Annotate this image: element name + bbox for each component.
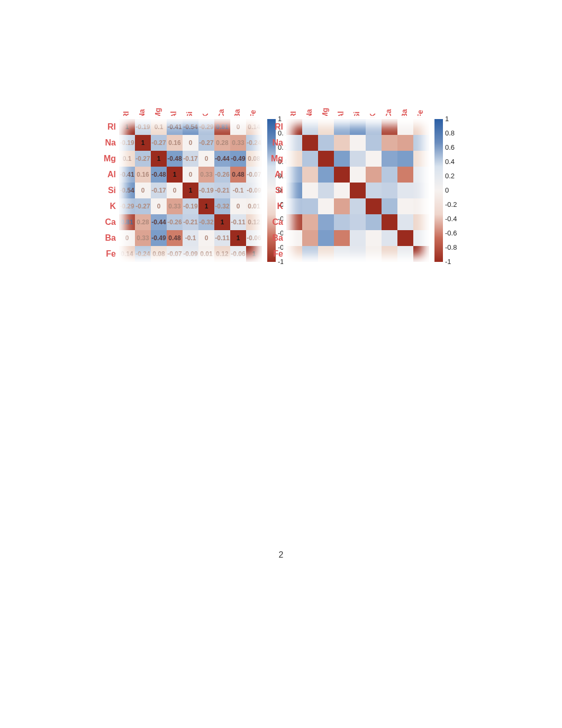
colorbar-tick: -0.6 (445, 229, 457, 237)
heatmap-cell (302, 214, 318, 230)
heatmap-cell: 0.08 (151, 246, 167, 262)
heatmap-cell (350, 246, 366, 262)
heatmap-cell (413, 151, 429, 167)
column-label: Fe (416, 103, 427, 119)
colorbar-tick: 0.6 (445, 143, 455, 151)
heatmap-cell: -0.41 (167, 119, 183, 135)
column-label: Al (337, 103, 347, 119)
column-label: Na (305, 103, 315, 119)
column-label: RI (289, 103, 300, 119)
column-label: Al (169, 103, 180, 119)
heatmap-cell: 0.81 (214, 119, 230, 135)
heatmap-cell: 0.01 (246, 198, 262, 214)
column-label: Ca (384, 103, 395, 119)
heatmap-cell (366, 183, 382, 198)
heatmap-cell: 0.12 (214, 246, 230, 262)
heatmap-cell (382, 230, 397, 246)
heatmap-cell: -0.54 (183, 119, 198, 135)
heatmap-cell: -0.09 (183, 246, 198, 262)
row-label: Si (108, 183, 119, 198)
column-label: Ba (400, 103, 411, 119)
heatmap-cell (334, 135, 350, 151)
heatmap-cell: -0.24 (135, 246, 151, 262)
row-label: Ca (273, 214, 286, 230)
heatmap-cell (286, 151, 302, 167)
heatmap-cell: -0.32 (214, 198, 230, 214)
heatmap-cell (318, 135, 334, 151)
heatmap-left-grid: RINaMgAlSiKCaBaFeRINaMgAlSiKCaBaFe1-0.19… (119, 119, 262, 262)
column-label: Ba (233, 103, 243, 119)
colorbar-tick: -0.2 (445, 201, 457, 208)
column-label: K (201, 103, 212, 119)
heatmap-cell: -0.49 (230, 151, 246, 167)
heatmap-cell: -0.49 (151, 230, 167, 246)
heatmap-cell (334, 183, 350, 198)
heatmap-cell: -0.21 (214, 183, 230, 198)
row-label: Al (107, 167, 119, 183)
heatmap-cell (286, 214, 302, 230)
heatmap-cell: 0.33 (135, 230, 151, 246)
column-label: Si (352, 103, 363, 119)
heatmap-cell: 0.33 (167, 198, 183, 214)
heatmap-cell: -0.27 (135, 198, 151, 214)
heatmap-cell: -0.29 (119, 198, 135, 214)
heatmap-cell (397, 246, 413, 262)
heatmap-cell (334, 167, 350, 183)
heatmap-cell (350, 167, 366, 183)
heatmap-cell: -0.48 (151, 167, 167, 183)
heatmap-cell: 0.14 (246, 119, 262, 135)
heatmap-cell (413, 167, 429, 183)
heatmap-left: RINaMgAlSiKCaBaFeRINaMgAlSiKCaBaFe1-0.19… (119, 119, 276, 262)
colorbar-tick: -0.4 (445, 215, 457, 223)
heatmap-cell (286, 183, 302, 198)
heatmap-cell: -0.26 (214, 167, 230, 183)
heatmap-cell (382, 246, 397, 262)
heatmap-cell (302, 230, 318, 246)
heatmap-cell: -0.17 (183, 151, 198, 167)
heatmap-cell: 1 (183, 183, 198, 198)
heatmap-cell: -0.07 (246, 167, 262, 183)
heatmap-cell (397, 183, 413, 198)
heatmap-cell (366, 246, 382, 262)
heatmap-cell (286, 135, 302, 151)
colorbar-right-gradient (434, 119, 443, 262)
heatmap-cell (397, 151, 413, 167)
heatmap-cell: -0.27 (135, 151, 151, 167)
heatmap-cell (334, 198, 350, 214)
row-label: Mg (104, 151, 119, 167)
row-label: RI (107, 119, 119, 135)
heatmap-cell: -0.21 (183, 214, 198, 230)
heatmap-cell: -0.07 (167, 246, 183, 262)
heatmap-cell: 0 (230, 119, 246, 135)
row-label: Ba (273, 230, 286, 246)
heatmap-cell: -0.32 (198, 214, 214, 230)
row-label: K (110, 198, 119, 214)
heatmap-cell: -0.1 (230, 183, 246, 198)
heatmap-cell: 0.12 (246, 214, 262, 230)
heatmap-cell: -0.19 (119, 135, 135, 151)
heatmap-cell: 0.1 (119, 151, 135, 167)
heatmap-cell (397, 198, 413, 214)
heatmap-cell (366, 167, 382, 183)
column-label: K (368, 103, 379, 119)
row-label: Na (105, 135, 119, 151)
heatmap-cell: -0.27 (198, 135, 214, 151)
heatmap-cell (302, 198, 318, 214)
heatmap-cell: -0.11 (230, 214, 246, 230)
heatmap-cell: -0.27 (151, 135, 167, 151)
heatmap-cell (318, 167, 334, 183)
heatmap-cell (334, 214, 350, 230)
heatmap-cell: 1 (230, 230, 246, 246)
heatmap-cell (366, 135, 382, 151)
heatmap-cell: 0.16 (167, 135, 183, 151)
heatmap-cell: -0.19 (198, 183, 214, 198)
heatmap-cell (286, 230, 302, 246)
heatmap-cell: 1 (214, 214, 230, 230)
heatmap-cell (413, 183, 429, 198)
heatmap-cell (382, 214, 397, 230)
heatmap-cell: 0.28 (135, 214, 151, 230)
heatmap-cell (286, 167, 302, 183)
heatmap-cell (413, 230, 429, 246)
colorbar-tick: 0.8 (445, 129, 455, 137)
heatmap-cell: 0.16 (135, 167, 151, 183)
